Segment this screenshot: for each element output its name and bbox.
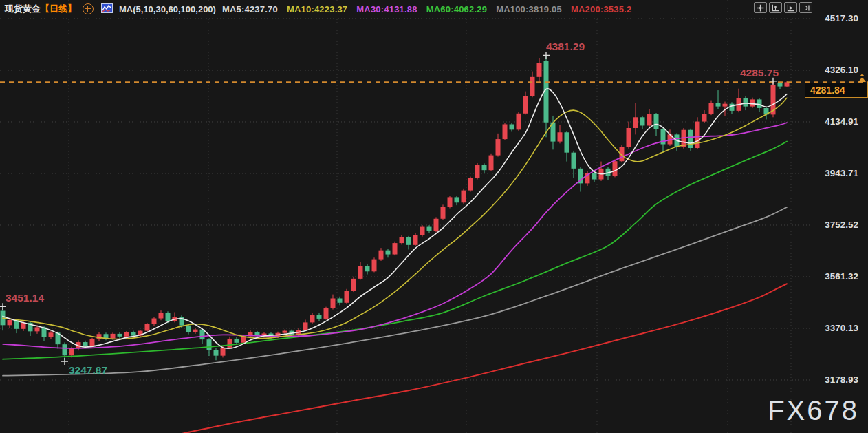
annotation-4285.75: 4285.75 [740,67,779,78]
candle-body [537,63,542,77]
candle-body [730,104,735,111]
candle-body [647,114,652,125]
scale-axis-button[interactable] [769,2,782,13]
candle-body [620,147,625,161]
candle-body [35,327,40,331]
candle-body [111,334,116,339]
candle-body [420,227,425,235]
candle-body [592,173,597,180]
candle-body [303,322,308,330]
price-low-marker-icon [61,358,68,365]
candle-body [69,348,74,355]
candle-body [228,339,232,348]
candle-body [49,332,54,337]
go-to-latest-button[interactable] [799,2,812,13]
candles-layer[interactable] [1,55,790,361]
candle-body [214,350,219,356]
candle-body [496,139,501,156]
candle-body [709,103,714,114]
ma-value-ma200: MA200:3535.2 [571,4,631,14]
candle-body [462,191,466,203]
indicator-chart-icon[interactable] [101,3,113,15]
axis-label-3561.32: 3561.32 [803,271,858,282]
candle-body [702,114,707,121]
current-price-tag: 4281.84 [805,83,868,98]
annotation-3451.14: 3451.14 [6,292,44,304]
candle-body [379,251,384,260]
candle-body [448,197,453,207]
candle-body [386,251,391,255]
candle-body [427,227,432,231]
autoplay-button[interactable] [784,2,797,13]
candle-body [613,161,618,176]
candle-body [331,298,336,308]
candle-body [572,153,576,169]
axis-label-3943.71: 3943.71 [803,168,858,178]
candle-body [640,117,645,125]
ma-values: MA5:4237.70MA10:4223.37MA30:4131.88MA60:… [222,4,631,14]
axis-label-4134.91: 4134.91 [803,116,858,127]
price-high-marker-icon [770,78,777,85]
price-chart[interactable]: 3451.143247.874381.294285.75 [0,0,868,433]
add-indicator-icon[interactable] [83,3,94,14]
axis-label-4517.30: 4517.30 [803,13,858,23]
axis-label-4326.10: 4326.10 [803,65,858,75]
candle-body [716,103,721,107]
candle-body [468,178,473,191]
candle-body [186,326,191,332]
candle-body [83,342,88,346]
ma-value-ma10: MA10:4223.37 [287,4,347,14]
candle-body [503,124,508,139]
ma-line-ma200 [182,284,787,433]
candle-body [455,197,459,202]
candle-body [372,260,377,272]
candle-body [207,339,212,350]
candle-body [406,237,411,245]
axis-label-3752.52: 3752.52 [803,220,858,230]
ma-settings-label: MA(5,10,30,60,100,200) [119,4,216,14]
candle-body [393,243,398,254]
annotation-4381.29: 4381.29 [546,41,585,52]
candle-body [510,124,514,129]
candle-body [317,315,322,319]
extreme-markers [0,52,777,365]
candle-body [345,291,349,303]
candle-body [166,313,171,321]
candle-body [193,330,198,332]
candle-body [152,319,157,324]
candle-body [565,132,569,152]
candle-body [351,279,356,291]
axis-label-3370.13: 3370.13 [803,323,858,333]
gridlines [0,0,810,433]
candle-body [530,77,535,96]
candle-body [310,315,315,322]
candle-body [627,128,631,147]
candle-body [558,132,563,141]
candle-body [324,308,329,319]
price-up-arrow-icon [858,73,867,82]
price-high-marker-icon [0,303,6,310]
candle-body [475,165,480,178]
ma-value-ma30: MA30:4131.88 [356,4,417,14]
chart-app: { "header": { "symbol": "现货黄金", "period"… [0,0,868,433]
candle-body [523,96,528,113]
candle-body [365,266,370,271]
candle-body [235,339,239,343]
candle-body [8,320,12,325]
candle-body [124,332,129,337]
ma-line-ma5 [3,89,787,348]
candle-body [413,235,418,245]
candle-body [482,165,487,170]
period-label: 【日线】 [41,3,76,14]
candle-body [441,207,446,219]
candle-body [283,331,287,333]
fx678-watermark: FX678 [768,395,859,426]
annotation-3247.87: 3247.87 [69,364,107,376]
candle-body [744,98,748,107]
candle-body [723,104,728,107]
candle-body [131,332,136,336]
candle-body [90,339,95,346]
candle-body [633,117,638,128]
pan-tool-button[interactable] [754,2,767,13]
chart-header: 现货黄金【日线】 MA(5,10,30,60,100,200) MA5:4237… [5,3,631,15]
